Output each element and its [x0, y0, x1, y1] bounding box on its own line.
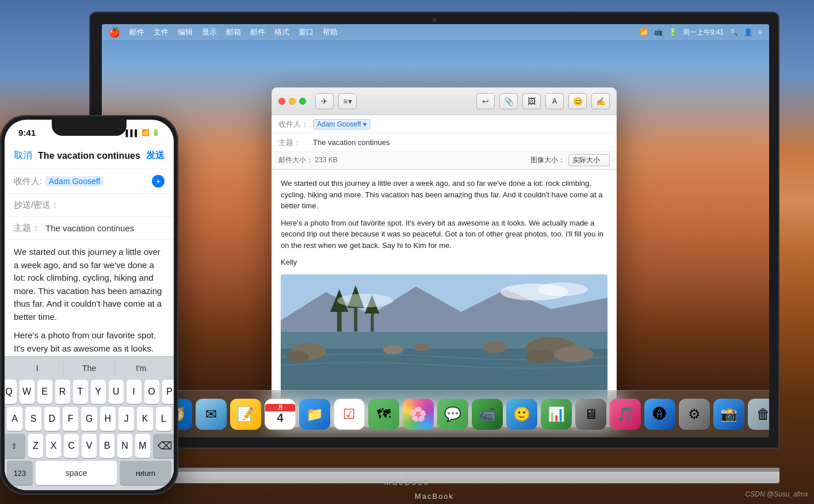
send-toolbar-btn[interactable]: ✈ [315, 93, 334, 109]
recipient-tag[interactable]: Adam Gooseff ▾ [313, 119, 370, 129]
key-t[interactable]: T [73, 380, 88, 404]
dock-files[interactable]: 📁 [299, 399, 330, 430]
key-j[interactable]: J [119, 407, 134, 431]
iphone-recipient[interactable]: Adam Gooseff [45, 176, 104, 186]
subject-field[interactable]: 主题： The vacation continues [272, 133, 617, 152]
dock-calendar[interactable]: 月4 [265, 399, 296, 430]
menu-view[interactable]: 显示 [202, 27, 217, 37]
key-p[interactable]: P [162, 380, 174, 404]
to-field[interactable]: 收件人： Adam Gooseff ▾ [272, 115, 617, 133]
key-b[interactable]: B [100, 434, 114, 458]
suggestion-im[interactable]: I'm [116, 361, 167, 375]
menu-bar-right: 📶 📺 🔋 周一上午9:41 🔍 👤 ≡ [640, 28, 762, 37]
key-space[interactable]: space [36, 461, 117, 485]
dock-migration[interactable]: 🖥 [575, 399, 606, 430]
dock-systemprefs[interactable]: ⚙ [679, 399, 710, 430]
signature-btn[interactable]: ✍ [591, 93, 610, 109]
close-button[interactable] [278, 98, 285, 105]
menu-mailbox[interactable]: 邮箱 [226, 27, 241, 37]
dock-screencapture[interactable]: 📸 [713, 399, 744, 430]
svg-point-17 [413, 343, 430, 351]
key-num[interactable]: 123 [7, 461, 33, 485]
laptop-base [89, 472, 779, 483]
attachment-btn[interactable]: 📎 [499, 93, 518, 109]
menu-mail[interactable]: 邮件 [129, 27, 144, 37]
iphone-subject-field[interactable]: 主题： The vacation continues [5, 217, 174, 240]
iphone-compose: 取消 The vacation continues 发送 收件人: Adam G… [5, 143, 174, 490]
reply-btn[interactable]: ↩ [476, 93, 495, 109]
dock-maps[interactable]: 🗺 [368, 399, 399, 430]
menu-file[interactable]: 文件 [154, 27, 169, 37]
menu-mail2[interactable]: 邮件 [250, 27, 265, 37]
minimize-button[interactable] [289, 98, 296, 105]
emoji-btn[interactable]: 😊 [568, 93, 587, 109]
menu-help[interactable]: 帮助 [323, 27, 338, 37]
key-e[interactable]: E [37, 380, 52, 404]
menu-edit[interactable]: 编辑 [178, 27, 193, 37]
iphone-cancel-button[interactable]: 取消 [14, 150, 32, 162]
iphone-send-button[interactable]: 发送 [146, 150, 165, 162]
key-n[interactable]: N [117, 434, 132, 458]
iphone-add-recipient-button[interactable]: + [152, 175, 165, 188]
list-toolbar-btn[interactable]: ≡▾ [338, 93, 357, 109]
battery-icon: 🔋 [668, 28, 677, 36]
dock-facetime[interactable]: 📹 [472, 399, 503, 430]
key-return[interactable]: return [120, 461, 171, 485]
suggestion-i[interactable]: I [12, 361, 63, 375]
key-x[interactable]: X [46, 434, 61, 458]
dock-notes[interactable]: 📝 [230, 399, 261, 430]
key-y[interactable]: Y [91, 380, 106, 404]
image-size-select[interactable]: 实际大小 [568, 154, 610, 166]
image-size-label: 图像大小： [530, 155, 565, 165]
key-l[interactable]: L [156, 407, 171, 431]
iphone-to-field[interactable]: 收件人: Adam Gooseff + [5, 169, 174, 194]
dock-messages[interactable]: 💬 [437, 399, 468, 430]
key-d[interactable]: D [44, 407, 60, 431]
dock-numbers[interactable]: 📊 [541, 399, 572, 430]
key-i[interactable]: I [127, 380, 142, 404]
key-g[interactable]: G [81, 407, 97, 431]
key-q[interactable]: Q [5, 380, 17, 404]
user-icon[interactable]: 👤 [744, 28, 752, 36]
key-h[interactable]: H [100, 407, 116, 431]
key-z[interactable]: Z [28, 434, 43, 458]
dock-reminders[interactable]: ☑ [334, 399, 365, 430]
laptop-screen: 🍎 邮件 文件 编辑 显示 邮箱 邮件 格式 窗口 帮助 📶 📺 🔋 周一上午9… [102, 24, 769, 437]
key-o[interactable]: O [144, 380, 159, 404]
key-w[interactable]: W [20, 380, 35, 404]
maximize-button[interactable] [299, 98, 306, 105]
dock-trash[interactable]: 🗑 [748, 399, 769, 430]
iphone-notch [52, 120, 127, 136]
key-delete[interactable]: ⌫ [153, 434, 174, 458]
key-a[interactable]: A [7, 407, 22, 431]
dock-photos[interactable]: 🌸 [403, 399, 434, 430]
search-icon[interactable]: 🔍 [729, 28, 738, 36]
keyboard-row-1: Q W E R T Y U I O P [7, 380, 171, 404]
key-c[interactable]: C [64, 434, 79, 458]
menu-window[interactable]: 窗口 [299, 27, 314, 37]
font-btn[interactable]: A [545, 93, 564, 109]
menu-format[interactable]: 格式 [274, 27, 289, 37]
dock-music[interactable]: 🎵 [610, 399, 641, 430]
iphone-cc-field[interactable]: 抄送/密送： [5, 194, 174, 217]
svg-point-13 [526, 350, 554, 364]
dock-appstore[interactable]: 🅐 [644, 399, 675, 430]
menu-icon[interactable]: ≡ [758, 28, 762, 36]
key-f[interactable]: F [63, 407, 78, 431]
svg-point-20 [337, 293, 393, 307]
key-shift[interactable]: ⇧ [5, 434, 25, 458]
dock-mail[interactable]: ✉ [196, 399, 227, 430]
key-k[interactable]: K [137, 407, 152, 431]
key-s[interactable]: S [25, 407, 41, 431]
suggestion-the[interactable]: The [63, 361, 115, 375]
dock-finder[interactable]: 🙂 [506, 399, 537, 430]
keyboard-suggestions: I The I'm [7, 361, 171, 375]
key-u[interactable]: U [109, 380, 124, 404]
key-r[interactable]: R [55, 380, 70, 404]
iphone-cc-label: 抄送/密送： [14, 200, 59, 211]
key-m[interactable]: M [135, 434, 150, 458]
apple-menu[interactable]: 🍎 [109, 27, 120, 38]
photo-btn[interactable]: 🖼 [522, 93, 541, 109]
key-v[interactable]: V [82, 434, 97, 458]
iphone-signals: ▌▌▌ 📶 🔋 [126, 129, 160, 136]
